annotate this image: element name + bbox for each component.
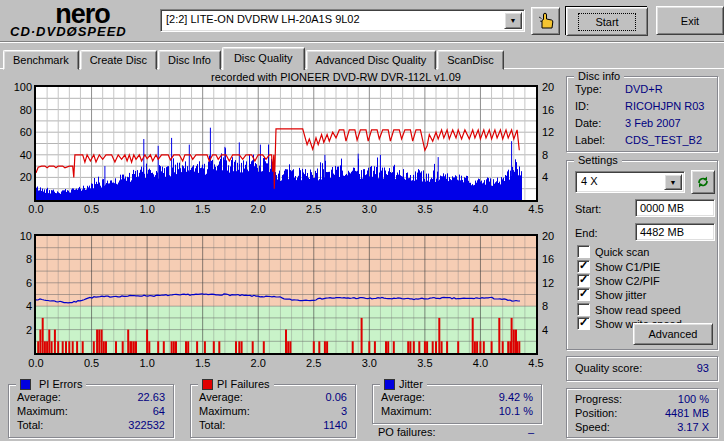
drive-select-arrow[interactable]: ▼ <box>504 12 522 29</box>
speed-value: 3.17 X <box>677 421 709 433</box>
pi-failures-stats: PI Failures Average: 0.06 Maximum: 3 Tot… <box>190 384 356 438</box>
progress-panel: Progress: 100 % Position: 4481 MB Speed:… <box>566 388 718 438</box>
axis-tick-label: 8 <box>542 300 566 312</box>
po-failures-row: PO failures: – <box>378 426 534 438</box>
disc-info-title: Disc info <box>574 70 624 82</box>
end-field[interactable]: 4482 MB <box>635 223 715 241</box>
checkbox-box[interactable] <box>577 274 590 287</box>
axis-tick-label: 4 <box>4 300 32 312</box>
axis-tick-label: 1.0 <box>136 357 158 369</box>
tab-create-disc[interactable]: Create Disc <box>80 50 157 70</box>
end-field-label: End: <box>575 227 598 239</box>
axis-tick-label: 4 <box>542 324 566 336</box>
axis-tick-label: 3.5 <box>414 203 436 215</box>
chevron-down-icon: ▼ <box>670 179 677 186</box>
speed-select-value: 4 X <box>581 175 598 187</box>
axis-tick-label: 100 <box>4 81 32 93</box>
tab-disc-quality[interactable]: Disc Quality <box>222 47 305 70</box>
axis-tick-label: 12 <box>542 126 566 138</box>
checkbox-quick-scan[interactable]: Quick scan <box>577 245 649 258</box>
axis-tick-label: 4.5 <box>525 203 547 215</box>
pi-errors-plot <box>36 87 536 200</box>
app-window: nero CD·DVDØSPEED [2:2] LITE-ON DVDRW LH… <box>0 0 724 441</box>
jitter-legend-icon <box>384 379 395 390</box>
axis-tick-label: 4.0 <box>469 357 491 369</box>
exit-button[interactable]: Exit <box>656 6 724 35</box>
start-field-label: Start: <box>575 203 601 215</box>
axis-tick-label: 1.5 <box>192 203 214 215</box>
start-button-label: Start <box>578 13 635 31</box>
tab-advanced-disc-quality[interactable]: Advanced Disc Quality <box>306 50 437 70</box>
checkbox-box[interactable] <box>577 245 590 258</box>
jitter-stats-title: Jitter <box>399 378 423 390</box>
drive-select-value: [2:2] LITE-ON DVDRW LH-20A1S 9L02 <box>166 13 360 25</box>
checkbox-box[interactable] <box>577 303 590 316</box>
axis-tick-label: 4.0 <box>469 203 491 215</box>
axis-tick-label: 60 <box>4 126 32 138</box>
pi-failures-jitter-chart <box>34 234 538 355</box>
pi-failures-legend-icon <box>202 379 213 390</box>
axis-tick-label: 4.5 <box>525 357 547 369</box>
checkbox-show-jitter[interactable]: Show jitter <box>577 288 646 301</box>
axis-tick-label: 2.5 <box>303 203 325 215</box>
tab-bar: Benchmark Create Disc Disc Info Disc Qua… <box>3 46 505 70</box>
settings-group: Settings 4 X ▼ Start: 0000 MB End: 4482 … <box>566 160 718 350</box>
axis-tick-label: 3.0 <box>358 203 380 215</box>
chevron-down-icon: ▼ <box>510 17 517 24</box>
checkbox-show-c2-pif[interactable]: Show C2/PIF <box>577 274 660 287</box>
axis-tick-label: 20 <box>542 81 566 93</box>
axis-tick-label: 80 <box>4 104 32 116</box>
checkbox-show-read-speed[interactable]: Show read speed <box>577 303 681 316</box>
tab-disc-info[interactable]: Disc Info <box>158 50 221 70</box>
pi-failures-plot <box>36 236 536 353</box>
refresh-button[interactable] <box>691 170 715 194</box>
axis-tick-label: 1.0 <box>136 203 158 215</box>
advanced-button[interactable]: Advanced <box>633 323 713 345</box>
refresh-icon <box>696 175 710 189</box>
checkbox-box[interactable] <box>577 288 590 301</box>
axis-tick-label: 16 <box>542 104 566 116</box>
axis-tick-label: 16 <box>542 253 566 265</box>
axis-tick-label: 1.5 <box>192 357 214 369</box>
po-failures-label: PO failures: <box>378 426 435 438</box>
quality-score-value: 93 <box>697 362 709 374</box>
axis-tick-label: 0.5 <box>81 357 103 369</box>
tab-benchmark[interactable]: Benchmark <box>3 50 79 70</box>
axis-tick-label: 8 <box>542 149 566 161</box>
axis-tick-label: 40 <box>4 149 32 161</box>
po-failures-value: – <box>528 426 534 438</box>
disc-info-group: Disc info Type: DVD+R ID: RICOHJPN R03 D… <box>566 76 718 152</box>
tab-scandisc[interactable]: ScanDisc <box>437 50 503 70</box>
drive-select[interactable]: [2:2] LITE-ON DVDRW LH-20A1S 9L02 ▼ <box>160 9 525 32</box>
axis-tick-label: 8 <box>4 253 32 265</box>
checkbox-box[interactable] <box>577 317 590 330</box>
settings-title: Settings <box>574 154 622 166</box>
axis-tick-label: 3.5 <box>414 357 436 369</box>
axis-tick-label: 0.5 <box>81 203 103 215</box>
start-field[interactable]: 0000 MB <box>635 199 715 217</box>
quality-score-label: Quality score: <box>575 362 642 374</box>
checkbox-box[interactable] <box>577 260 590 273</box>
logo-text-cdspeed: CD·DVDØSPEED <box>10 25 155 38</box>
speed-select[interactable]: 4 X ▼ <box>575 171 685 193</box>
exit-button-label: Exit <box>681 15 699 27</box>
logo-text-nero: nero <box>10 3 155 25</box>
start-button[interactable]: Start <box>565 6 647 35</box>
eject-hand-button[interactable] <box>531 7 560 35</box>
checkbox-show-c1-pie[interactable]: Show C1/PIE <box>577 260 660 273</box>
pi-errors-stats: PI Errors Average: 22.63 Maximum: 64 Tot… <box>8 384 174 438</box>
disc-type-value: DVD+R <box>625 83 663 95</box>
axis-tick-label: 0.0 <box>25 357 47 369</box>
disc-date-value: 3 Feb 2007 <box>625 117 681 129</box>
disc-id-value: RICOHJPN R03 <box>625 100 704 112</box>
axis-tick-label: 20 <box>4 171 32 183</box>
speed-select-arrow[interactable]: ▼ <box>664 174 682 190</box>
pi-errors-chart <box>34 85 538 202</box>
axis-tick-label: 6 <box>4 277 32 289</box>
jitter-stats: Jitter Average: 9.42 % Maximum: 10.1 % <box>372 384 542 424</box>
axis-tick-label: 2.0 <box>247 203 269 215</box>
disc-icon: Ø <box>67 24 78 39</box>
axis-tick-label: 20 <box>542 230 566 242</box>
nero-logo: nero CD·DVDØSPEED <box>10 3 155 38</box>
axis-tick-label: 4 <box>542 171 566 183</box>
